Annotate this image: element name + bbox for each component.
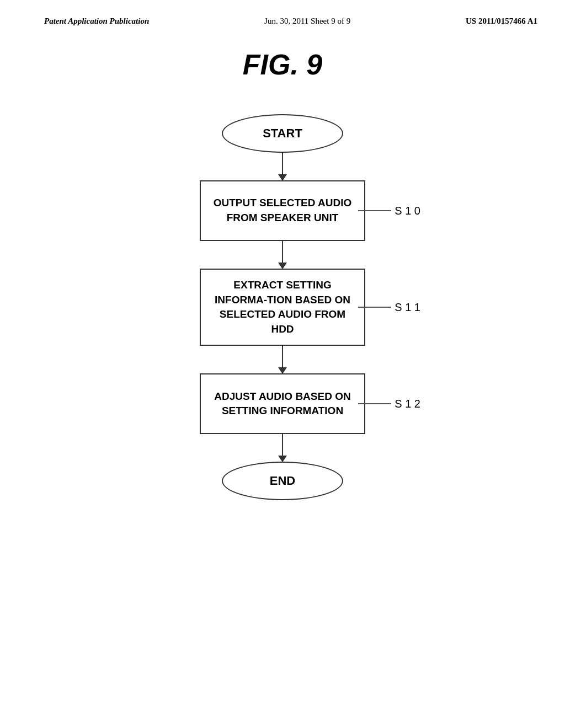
step-s10-wrapper: OUTPUT SELECTED AUDIO FROM SPEAKER UNIT … [200, 180, 365, 241]
process-box-s10: OUTPUT SELECTED AUDIO FROM SPEAKER UNIT [200, 180, 365, 241]
start-label: START [263, 126, 302, 141]
step-label-s10: S 1 0 [358, 205, 420, 217]
step-s11-wrapper: EXTRACT SETTING INFORMA-TION BASED ON SE… [200, 269, 365, 346]
process-text-s12: ADJUST AUDIO BASED ON SETTING INFORMATIO… [212, 389, 353, 419]
step-s12-wrapper: ADJUST AUDIO BASED ON SETTING INFORMATIO… [200, 373, 365, 434]
arrow-s12-to-end [282, 434, 283, 462]
flowchart: START OUTPUT SELECTED AUDIO FROM SPEAKER… [0, 103, 565, 511]
process-text-s10: OUTPUT SELECTED AUDIO FROM SPEAKER UNIT [212, 196, 353, 225]
arrow-start-to-s10 [282, 153, 283, 180]
step-label-s11: S 1 1 [358, 301, 420, 314]
header: Patent Application Publication Jun. 30, … [0, 0, 565, 31]
arrow-s10-to-s11 [282, 241, 283, 269]
header-publication-label: Patent Application Publication [44, 17, 149, 26]
process-box-s11: EXTRACT SETTING INFORMA-TION BASED ON SE… [200, 269, 365, 346]
start-oval: START [222, 114, 343, 153]
page-container: Patent Application Publication Jun. 30, … [0, 0, 565, 728]
step-label-s12: S 1 2 [358, 398, 420, 410]
figure-title: FIG. 9 [0, 48, 565, 81]
end-label: END [270, 474, 295, 488]
arrow-s11-to-s12 [282, 346, 283, 373]
header-patent-number: US 2011/0157466 A1 [466, 17, 537, 26]
process-box-s12: ADJUST AUDIO BASED ON SETTING INFORMATIO… [200, 373, 365, 434]
process-text-s11: EXTRACT SETTING INFORMA-TION BASED ON SE… [212, 278, 353, 336]
end-oval: END [222, 462, 343, 500]
header-date-sheet: Jun. 30, 2011 Sheet 9 of 9 [264, 17, 350, 26]
